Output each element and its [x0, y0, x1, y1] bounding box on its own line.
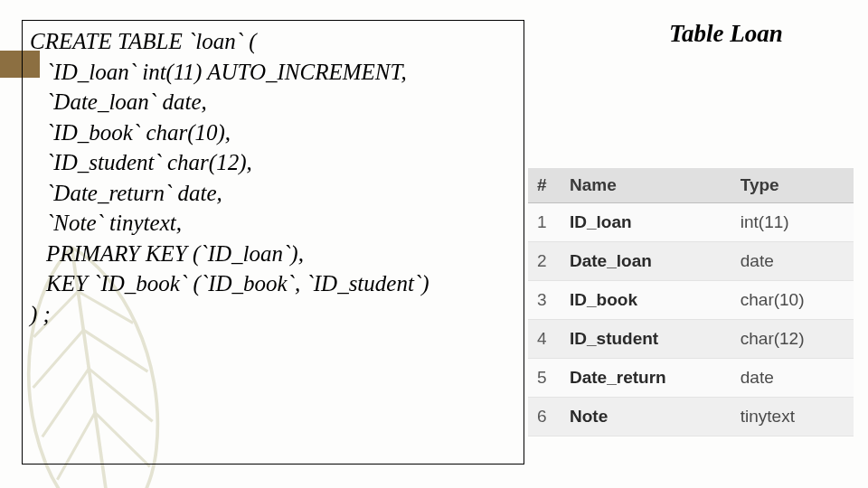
cell-num: 5 [528, 359, 561, 398]
schema-table: # Name Type 1 ID_loan int(11) 2 Date_loa… [528, 168, 854, 436]
cell-type: char(10) [731, 281, 854, 320]
sql-line: PRIMARY KEY (`ID_loan`), [30, 239, 516, 269]
cell-name: Date_return [561, 359, 731, 398]
table-row: 3 ID_book char(10) [528, 281, 854, 320]
cell-type: date [731, 359, 854, 398]
header-name: Name [561, 168, 731, 203]
cell-name: Note [561, 398, 731, 436]
sql-line: `Date_return` date, [30, 178, 516, 209]
cell-type: char(12) [731, 320, 854, 359]
sql-code-box: CREATE TABLE `loan` ( `ID_loan` int(11) … [22, 20, 524, 465]
table-row: 5 Date_return date [528, 359, 854, 398]
cell-name: ID_student [561, 320, 731, 359]
cell-num: 6 [528, 398, 561, 436]
cell-num: 2 [528, 242, 561, 281]
cell-num: 1 [528, 203, 561, 242]
sql-line: `Note` tinytext, [30, 208, 516, 239]
cell-num: 4 [528, 320, 561, 359]
cell-num: 3 [528, 281, 561, 320]
table-header-row: # Name Type [528, 168, 854, 203]
sql-line: `ID_student` char(12), [30, 147, 516, 178]
table-row: 4 ID_student char(12) [528, 320, 854, 359]
cell-name: Date_loan [561, 242, 731, 281]
header-num: # [528, 168, 561, 203]
sql-line: `ID_book` char(10), [30, 117, 516, 148]
table-row: 6 Note tinytext [528, 398, 854, 436]
table-row: 2 Date_loan date [528, 242, 854, 281]
header-type: Type [731, 168, 854, 203]
sql-line: KEY `ID_book` (`ID_book`, `ID_student`) [30, 268, 516, 299]
sql-line: ) ; [30, 302, 51, 326]
page-title: Table Loan [669, 20, 783, 48]
sql-line: `ID_loan` int(11) AUTO_INCREMENT, [30, 57, 516, 88]
cell-type: date [731, 242, 854, 281]
sql-line: `Date_loan` date, [30, 87, 516, 117]
cell-name: ID_loan [561, 203, 731, 242]
table-row: 1 ID_loan int(11) [528, 203, 854, 242]
cell-type: tinytext [731, 398, 854, 436]
cell-type: int(11) [731, 203, 854, 242]
sql-line: CREATE TABLE `loan` ( [30, 29, 257, 53]
cell-name: ID_book [561, 281, 731, 320]
